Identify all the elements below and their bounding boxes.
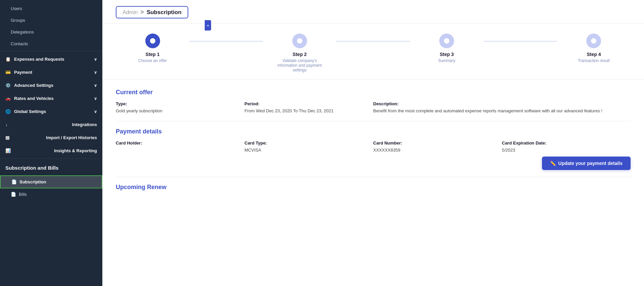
update-btn-row: ✏️ Update your payment details	[116, 157, 631, 170]
breadcrumb-bar: Admin > Subscription	[102, 0, 644, 23]
sidebar-section-expenses[interactable]: 📋 Expenses and Requests ∨	[0, 53, 102, 66]
card-holder-label: Card Holder:	[116, 140, 245, 146]
card-type-value: MCVISA	[245, 147, 374, 154]
step-1-label: Step 1	[146, 52, 160, 57]
step-3-label: Step 3	[440, 52, 454, 57]
sidebar-section-rates-vehicles[interactable]: 🚗 Rates and Vehicles ∨	[0, 92, 102, 105]
offer-period-label: Period:	[245, 101, 374, 106]
sidebar: Users Groups Delegations Contacts 📋 Expe…	[0, 0, 102, 286]
card-expiry-col: Card Expiration Date: 5/2023	[502, 140, 631, 154]
sidebar-section-integrations[interactable]: ↓ Integrations	[0, 118, 102, 131]
chevron-down-icon: ∨	[94, 70, 97, 75]
sidebar-section-advanced-settings[interactable]: ⚙️ Advanced Settings ∨	[0, 79, 102, 92]
step-4: Step 4 Transaction result	[557, 34, 631, 63]
offer-type-label: Type:	[116, 101, 245, 106]
step-3-desc: Summary	[438, 58, 455, 63]
chevron-down-icon: ∨	[94, 57, 97, 62]
card-number-col: Card Number: XXXXXX8359	[373, 140, 502, 154]
step-connector-3-4	[484, 41, 557, 42]
chart-icon: 📊	[5, 148, 11, 153]
sidebar-item-users-label: Users	[11, 6, 22, 11]
step-2-inner	[297, 38, 302, 44]
offer-desc-label: Description:	[373, 101, 631, 106]
sidebar-item-delegations[interactable]: Delegations	[0, 26, 102, 38]
step-connector-1-2	[189, 41, 263, 42]
chevron-down-icon: ∨	[94, 96, 97, 101]
steps-container: Step 1 Choose an offer Step 2 Validate c…	[102, 23, 644, 79]
expenses-icon: 📋	[5, 57, 11, 62]
sidebar-section-import-export[interactable]: ▤ Import / Export Histories	[0, 131, 102, 144]
step-4-label: Step 4	[587, 52, 601, 57]
step-1: Step 1 Choose an offer	[116, 34, 189, 63]
offer-type-col: Type: Gold yearly subscription	[116, 101, 245, 114]
step-2-circle	[292, 34, 307, 48]
card-number-label: Card Number:	[373, 140, 502, 146]
main-content: « Admin > Subscription Step 1 Choose an …	[102, 0, 644, 286]
step-4-inner	[591, 38, 596, 44]
sidebar-item-contacts-label: Contacts	[11, 41, 28, 46]
card-expiry-label: Card Expiration Date:	[502, 140, 631, 146]
card-type-label: Card Type:	[245, 140, 374, 146]
offer-period-col: Period: From Wed Dec 23, 2020 To Thu Dec…	[245, 101, 374, 114]
card-expiry-value: 5/2023	[502, 147, 631, 154]
offer-desc-col: Description: Benefit from the most compl…	[373, 101, 631, 114]
sidebar-item-groups-label: Groups	[11, 18, 25, 23]
divider-2	[116, 177, 631, 177]
sidebar-section-insights[interactable]: 📊 Insights & Reporting	[0, 144, 102, 157]
breadcrumb-current-page: Subscription	[147, 9, 182, 16]
layers-icon: ▤	[5, 135, 9, 140]
link-icon: ↓	[5, 122, 8, 127]
offer-desc-value: Benefit from the most complete and autom…	[373, 108, 631, 114]
card-holder-col: Card Holder:	[116, 140, 245, 154]
bills-icon: 📄	[11, 192, 16, 197]
offer-period-value: From Wed Dec 23, 2020 To Thu Dec 23, 202…	[245, 108, 374, 114]
step-2: Step 2 Validate company's information an…	[263, 34, 336, 72]
sidebar-section-global-settings[interactable]: 🌐 Global Settings ∨	[0, 105, 102, 118]
step-4-circle	[586, 34, 601, 48]
sidebar-item-contacts[interactable]: Contacts	[0, 38, 102, 50]
sidebar-item-delegations-label: Delegations	[11, 30, 34, 35]
step-3-inner	[444, 38, 449, 44]
sidebar-section-payment[interactable]: 💳 Payment ∨	[0, 66, 102, 79]
sidebar-item-groups[interactable]: Groups	[0, 14, 102, 26]
offer-type-value: Gold yearly subscription	[116, 108, 245, 114]
current-offer-title: Current offer	[116, 89, 631, 96]
breadcrumb-admin: Admin	[122, 9, 138, 15]
breadcrumb: Admin > Subscription	[116, 6, 188, 18]
chevron-down-icon: ∨	[94, 83, 97, 88]
step-3-circle	[439, 34, 454, 48]
step-4-desc: Transaction result	[578, 58, 610, 63]
sidebar-item-subscription[interactable]: 📄 Subscription	[0, 175, 102, 188]
chevron-down-icon: ∨	[94, 109, 97, 114]
globe-icon: 🌐	[5, 109, 11, 114]
step-1-circle	[145, 34, 160, 48]
sidebar-item-bills[interactable]: 📄 Bills	[0, 188, 102, 200]
breadcrumb-separator: >	[140, 9, 144, 16]
sidebar-item-users[interactable]: Users	[0, 3, 102, 14]
step-2-desc: Validate company's information and payme…	[273, 58, 327, 72]
update-payment-button[interactable]: ✏️ Update your payment details	[542, 157, 631, 170]
settings-icon: ⚙️	[5, 83, 11, 88]
step-1-desc: Choose an offer	[138, 58, 167, 63]
payment-icon: 💳	[5, 70, 11, 75]
subscription-icon: 📄	[11, 179, 17, 184]
divider-1	[116, 121, 631, 121]
card-type-col: Card Type: MCVISA	[245, 140, 374, 154]
current-offer-grid: Type: Gold yearly subscription Period: F…	[116, 101, 631, 114]
collapse-sidebar-button[interactable]: «	[205, 20, 211, 31]
payment-details-title: Payment details	[116, 128, 631, 135]
content-area: Current offer Type: Gold yearly subscrip…	[102, 79, 644, 206]
subscription-bills-header: Subscription and Bills	[0, 160, 102, 175]
step-1-inner	[150, 38, 155, 44]
step-3: Step 3 Summary	[410, 34, 484, 63]
payment-details-grid: Card Holder: Card Type: MCVISA Card Numb…	[116, 140, 631, 154]
card-number-value: XXXXXX8359	[373, 147, 502, 154]
edit-icon: ✏️	[550, 161, 556, 166]
step-2-label: Step 2	[293, 52, 307, 57]
upcoming-renew-title: Upcoming Renew	[116, 184, 631, 191]
step-connector-2-3	[336, 41, 410, 42]
car-icon: 🚗	[5, 96, 11, 101]
